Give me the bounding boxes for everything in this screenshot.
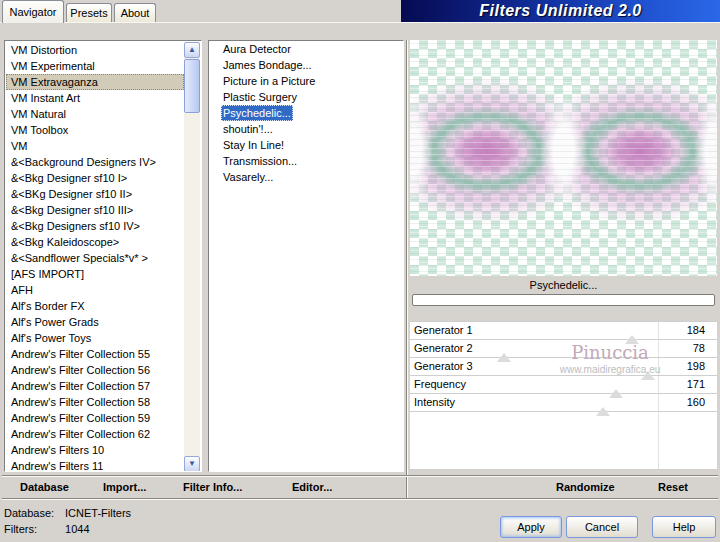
param-value: 160 — [687, 396, 705, 408]
category-item[interactable]: VM — [6, 138, 184, 154]
filter-item-label: Vasarely... — [221, 169, 275, 185]
filter-item-label: Psychedelic... — [221, 105, 293, 121]
filters-unlimited-dialog: Filters Unlimited 2.0 Navigator Presets … — [0, 0, 720, 542]
category-item[interactable]: Alf's Border FX — [6, 298, 184, 314]
filter-preview-image — [410, 40, 717, 276]
filter-item[interactable]: shoutin'!... — [209, 121, 403, 137]
param-value: 171 — [687, 378, 705, 390]
filter-info-button[interactable]: Filter Info... — [183, 481, 242, 493]
category-item[interactable]: VM Instant Art — [6, 90, 184, 106]
tab-about-label: About — [121, 7, 150, 19]
category-item[interactable]: &<Bkg Kaleidoscope> — [6, 234, 184, 250]
filter-item-label: Transmission... — [221, 153, 299, 169]
preview-caption: Psychedelic... — [410, 279, 717, 291]
category-item[interactable]: VM Toolbox — [6, 122, 184, 138]
filter-item[interactable]: Vasarely... — [209, 169, 403, 185]
tab-navigator-label: Navigator — [9, 6, 56, 18]
param-label: Generator 2 — [414, 342, 473, 354]
category-item[interactable]: [AFS IMPORT] — [6, 266, 184, 282]
category-item[interactable]: VM Distortion — [6, 42, 184, 58]
import-button[interactable]: Import... — [103, 481, 146, 493]
param-row-frequency[interactable]: Frequency 171 — [410, 376, 717, 394]
status-filters-value: 1044 — [65, 523, 89, 535]
filter-item[interactable]: Aura Detector — [209, 41, 403, 57]
category-item[interactable]: &<Bkg Designers sf10 IV> — [6, 218, 184, 234]
category-listbox: VM Distortion VM Experimental VM Extrava… — [4, 40, 202, 472]
slider-thumb[interactable] — [609, 389, 623, 398]
toolbar-divider — [2, 475, 718, 477]
watermark-url: www.maidiregrafica.eu — [480, 364, 720, 375]
category-item[interactable]: &<BKg Designer sf10 II> — [6, 186, 184, 202]
filter-item-label: Stay In Line! — [221, 137, 286, 153]
tab-about[interactable]: About — [114, 3, 156, 22]
category-item[interactable]: VM Experimental — [6, 58, 184, 74]
category-item[interactable]: &<Sandflower Specials*v* > — [6, 250, 184, 266]
category-item-selected[interactable]: VM Extravaganza — [6, 74, 184, 90]
category-item[interactable]: Andrew's Filter Collection 55 — [6, 346, 184, 362]
randomize-button[interactable]: Randomize — [556, 481, 615, 493]
parameter-sliders: Generator 1 184 Generator 2 78 Generator… — [410, 321, 717, 470]
apply-button[interactable]: Apply — [500, 516, 562, 538]
category-item[interactable]: Andrew's Filter Collection 59 — [6, 410, 184, 426]
status-database-label: Database: — [4, 507, 62, 519]
status-database: Database: ICNET-Filters — [4, 507, 131, 519]
help-button[interactable]: Help — [652, 516, 716, 538]
param-row-generator1[interactable]: Generator 1 184 — [410, 322, 717, 340]
tab-navigator[interactable]: Navigator — [2, 0, 64, 23]
category-item[interactable]: AFH — [6, 282, 184, 298]
param-value: 184 — [687, 324, 705, 336]
filter-item-selected[interactable]: Psychedelic... — [209, 105, 403, 121]
param-label: Generator 3 — [414, 360, 473, 372]
watermark-name: Pinuccia — [510, 342, 710, 363]
tab-presets[interactable]: Presets — [66, 3, 112, 22]
category-item[interactable]: Andrew's Filters 10 — [6, 442, 184, 458]
scroll-down-button[interactable]: ▼ — [184, 456, 200, 472]
filter-item-label: shoutin'!... — [221, 121, 275, 137]
chevron-down-icon: ▼ — [188, 459, 196, 468]
filter-item[interactable]: Plastic Surgery — [209, 89, 403, 105]
status-filters-label: Filters: — [4, 523, 62, 535]
category-item[interactable]: Andrew's Filter Collection 57 — [6, 378, 184, 394]
slider-thumb[interactable] — [596, 407, 610, 416]
filter-item-label: Aura Detector — [221, 41, 293, 57]
scroll-up-button[interactable]: ▲ — [184, 42, 200, 58]
category-item[interactable]: VM Natural — [6, 106, 184, 122]
filter-item-label: James Bondage... — [221, 57, 314, 73]
category-scrollbar[interactable]: ▲ ▼ — [184, 42, 200, 472]
category-item[interactable]: Alf's Power Grads — [6, 314, 184, 330]
status-divider — [2, 498, 718, 500]
cancel-button[interactable]: Cancel — [566, 516, 638, 538]
vertical-divider — [406, 40, 408, 498]
status-database-value: ICNET-Filters — [65, 507, 131, 519]
status-filters: Filters: 1044 — [4, 523, 90, 535]
category-item[interactable]: Alf's Power Toys — [6, 330, 184, 346]
category-item[interactable]: Andrew's Filter Collection 56 — [6, 362, 184, 378]
slider-thumb[interactable] — [497, 353, 511, 362]
filter-listbox: Aura Detector James Bondage... Picture i… — [208, 40, 404, 472]
param-label: Intensity — [414, 396, 455, 408]
progress-bar — [412, 294, 715, 306]
tab-presets-label: Presets — [70, 7, 107, 19]
param-label: Generator 1 — [414, 324, 473, 336]
app-title: Filters Unlimited 2.0 — [479, 2, 642, 20]
filter-item[interactable]: Picture in a Picture — [209, 73, 403, 89]
filter-item-label: Picture in a Picture — [221, 73, 317, 89]
database-button[interactable]: Database — [20, 481, 69, 493]
chevron-up-icon: ▲ — [188, 45, 196, 54]
category-item[interactable]: Andrew's Filter Collection 62 — [6, 426, 184, 442]
category-item[interactable]: &<Background Designers IV> — [6, 154, 184, 170]
filter-item[interactable]: James Bondage... — [209, 57, 403, 73]
param-row-intensity[interactable]: Intensity 160 — [410, 394, 717, 412]
scroll-thumb[interactable] — [184, 59, 200, 113]
filter-item-label: Plastic Surgery — [221, 89, 299, 105]
filter-item[interactable]: Stay In Line! — [209, 137, 403, 153]
editor-button[interactable]: Editor... — [292, 481, 332, 493]
filter-item[interactable]: Transmission... — [209, 153, 403, 169]
param-label: Frequency — [414, 378, 466, 390]
category-item[interactable]: Andrew's Filter Collection 58 — [6, 394, 184, 410]
app-banner: Filters Unlimited 2.0 — [401, 0, 720, 22]
category-item[interactable]: Andrew's Filters 11 — [6, 458, 184, 470]
reset-button[interactable]: Reset — [658, 481, 688, 493]
category-item[interactable]: &<Bkg Designer sf10 I> — [6, 170, 184, 186]
category-item[interactable]: &<Bkg Designer sf10 III> — [6, 202, 184, 218]
